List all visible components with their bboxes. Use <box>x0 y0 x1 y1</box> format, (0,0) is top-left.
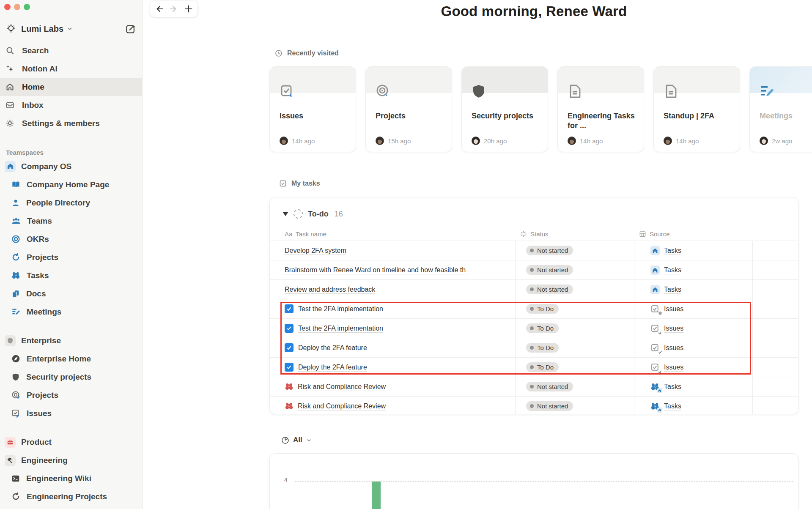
table-row[interactable]: Test the 2FA implementation To Do Issues <box>270 299 798 318</box>
source-cell[interactable]: Issues <box>634 319 752 338</box>
table-row[interactable]: Develop 2FA system Not started Tasks <box>270 241 798 260</box>
minimize-window-button[interactable] <box>14 4 20 10</box>
status-cell[interactable]: Not started <box>515 241 634 260</box>
status-dashed-circle-icon <box>294 209 303 219</box>
source-cell[interactable]: Issues <box>634 338 752 357</box>
source-cell[interactable]: Issues <box>634 299 752 318</box>
todo-group-header[interactable]: To-do 16 <box>283 209 343 219</box>
table-row[interactable]: Deploy the 2FA feature To Do Issues <box>270 338 798 357</box>
workspace-switcher[interactable]: Lumi Labs <box>0 19 143 38</box>
sparkles-icon <box>5 64 14 73</box>
task-name[interactable]: Deploy the 2FA feature <box>298 344 367 352</box>
sidebar-item-docs[interactable]: Docs <box>0 285 143 303</box>
sidebar-item-projects[interactable]: Projects <box>0 248 143 266</box>
collapse-triangle-icon[interactable] <box>283 212 288 216</box>
checked-checkbox[interactable] <box>285 304 294 313</box>
task-name[interactable]: Develop 2FA system <box>285 247 346 254</box>
source-cell[interactable]: Tasks <box>634 260 752 279</box>
task-name[interactable]: Risk and Compliance Review <box>298 383 386 391</box>
chart-filter-dropdown[interactable]: All <box>281 436 312 444</box>
new-tab-button[interactable] <box>184 4 193 14</box>
source-cell[interactable]: Tasks <box>634 280 752 299</box>
checked-checkbox[interactable] <box>285 343 294 352</box>
recent-card-security-projects[interactable]: Security projects 20h ago <box>461 66 548 152</box>
forward-button[interactable] <box>169 4 178 14</box>
sidebar-item-enterprise-projects[interactable]: Projects <box>0 386 143 404</box>
sidebar-item-company-os[interactable]: Company OS <box>0 157 143 175</box>
people-group-icon <box>11 216 21 226</box>
checked-checkbox[interactable] <box>285 363 294 372</box>
checked-checkbox[interactable] <box>285 324 294 333</box>
sidebar-item-meetings[interactable]: Meetings <box>0 303 143 321</box>
task-name[interactable]: Risk and Compliance Review <box>298 402 386 410</box>
card-time: 14h ago <box>580 137 603 145</box>
source-cell[interactable]: Tasks <box>634 241 752 260</box>
sidebar-item-security-projects[interactable]: Security projects <box>0 368 143 386</box>
recent-card-meetings[interactable]: Meetings 2w ago <box>749 66 812 152</box>
back-button[interactable] <box>154 4 164 14</box>
table-row[interactable]: Deploy the 2FA feature To Do Issues <box>270 357 798 377</box>
recent-card-engineering-tasks[interactable]: Engineering Tasks for ... 14h ago <box>557 66 644 152</box>
close-window-button[interactable] <box>4 4 11 10</box>
sidebar-item-engineering-wiki[interactable]: Engineering Wiki <box>0 469 143 487</box>
arrow-badge-icon <box>658 331 662 335</box>
sidebar-item-company-home-page[interactable]: Company Home Page <box>0 175 143 194</box>
source-cell[interactable]: Issues <box>634 358 752 377</box>
sidebar-item-okrs[interactable]: OKRs <box>0 230 143 248</box>
zoom-window-button[interactable] <box>24 4 30 10</box>
lightbulb-icon <box>6 24 16 34</box>
status-cell[interactable]: To Do <box>515 319 634 338</box>
task-name[interactable]: Brainstorm with Renee Ward on timeline a… <box>285 266 466 274</box>
column-header-task-name[interactable]: Aa Task name <box>285 230 326 238</box>
sidebar-item-enterprise[interactable]: Enterprise <box>0 331 143 350</box>
status-cell[interactable]: Not started <box>515 260 634 279</box>
source-cell[interactable]: Tasks <box>634 397 752 414</box>
status-cell[interactable]: To Do <box>515 338 634 357</box>
sidebar-item-search[interactable]: Search <box>0 41 143 60</box>
sidebar-item-engineering-projects[interactable]: Engineering Projects <box>0 487 143 506</box>
recent-card-standup-2fa[interactable]: Standup | 2FA 14h ago <box>653 66 740 152</box>
sidebar-item-settings[interactable]: Settings & members <box>0 114 143 132</box>
window-controls[interactable] <box>4 4 30 10</box>
shield-dark-icon <box>11 373 20 381</box>
my-tasks-header: My tasks <box>279 180 320 187</box>
column-header-source[interactable]: Source <box>639 230 670 238</box>
sidebar-item-people-directory[interactable]: People Directory <box>0 194 143 212</box>
status-cell[interactable]: To Do <box>515 358 634 377</box>
source-cell[interactable]: Tasks <box>634 377 752 396</box>
column-header-status[interactable]: Status <box>520 230 549 238</box>
checkbox-icon <box>279 180 287 187</box>
status-cell[interactable]: Not started <box>515 377 634 396</box>
chart-bar[interactable] <box>372 482 381 509</box>
shield-dark-icon <box>471 84 486 99</box>
sidebar-item-inbox[interactable]: Inbox <box>0 96 143 114</box>
sidebar-item-enterprise-home[interactable]: Enterprise Home <box>0 350 143 368</box>
status-cell[interactable]: Not started <box>515 397 634 414</box>
task-name[interactable]: Review and address feedback <box>285 286 375 293</box>
sidebar-item-teams[interactable]: Teams <box>0 212 143 230</box>
table-row[interactable]: Review and address feedback Not started … <box>270 279 798 299</box>
task-name[interactable]: Deploy the 2FA feature <box>298 364 367 371</box>
sidebar-item-home[interactable]: Home <box>0 78 143 96</box>
sidebar-item-engineering[interactable]: Engineering <box>0 451 143 469</box>
recent-card-issues[interactable]: Issues 14h ago <box>269 66 356 152</box>
task-name[interactable]: Test the 2FA implementation <box>298 305 383 313</box>
new-page-button[interactable] <box>125 24 136 34</box>
table-row[interactable]: Risk and Compliance Review Not started T… <box>270 377 798 396</box>
recent-card-projects[interactable]: Projects 15h ago <box>365 66 452 152</box>
sidebar-item-product[interactable]: Product <box>0 433 143 451</box>
task-name[interactable]: Test the 2FA implementation <box>298 325 383 332</box>
y-axis-tick-label: 4 <box>284 476 288 483</box>
table-row[interactable]: Brainstorm with Renee Ward on timeline a… <box>270 260 798 279</box>
sidebar-item-notion-ai[interactable]: Notion AI <box>0 60 143 78</box>
status-cell[interactable]: Not started <box>515 280 634 299</box>
person-icon <box>11 199 20 207</box>
avatar <box>280 137 288 145</box>
status-badge: To Do <box>526 362 559 372</box>
status-cell[interactable]: To Do <box>515 299 634 318</box>
table-row[interactable]: Test the 2FA implementation To Do Issues <box>270 318 798 338</box>
sidebar-item-tasks[interactable]: Tasks <box>0 266 143 285</box>
sidebar-item-issues[interactable]: Issues <box>0 404 143 422</box>
table-row[interactable]: Risk and Compliance Review Not started T… <box>270 396 798 414</box>
book-icon <box>11 180 20 189</box>
